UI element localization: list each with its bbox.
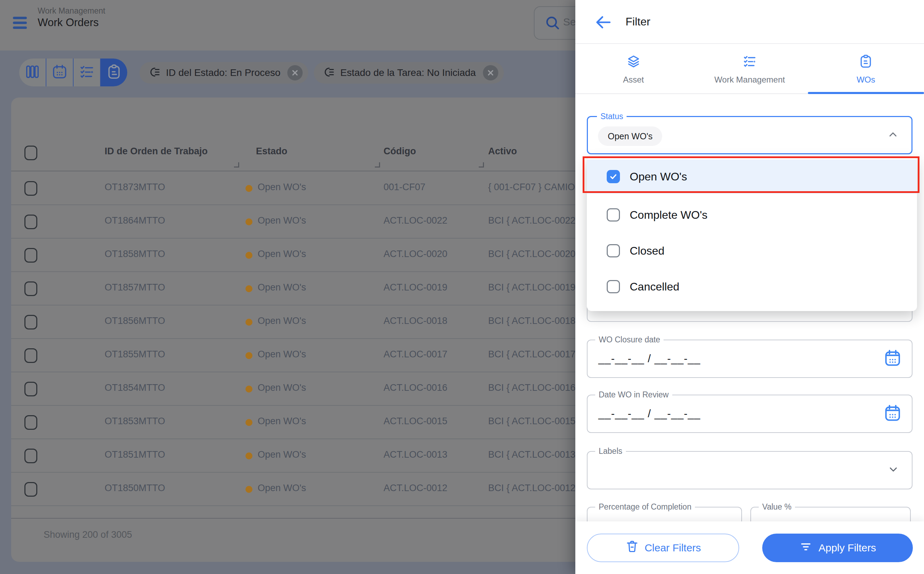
status-select[interactable]: Status Open WO's [587, 116, 913, 154]
dropdown-option-complete-wo-s[interactable]: Complete WO's [587, 198, 917, 232]
value-percent-label: Value % [759, 502, 795, 512]
option-label: Closed [630, 244, 665, 257]
date-wo-in-review-field[interactable]: Date WO in Review __-__-__ / __-__-__ [587, 395, 913, 433]
kanban-columns-icon [24, 64, 40, 81]
checklist-icon [742, 54, 757, 70]
view-checklist-button[interactable] [74, 58, 101, 87]
back-arrow-icon[interactable] [593, 13, 613, 32]
tab-work-management[interactable]: Work Management [691, 44, 807, 95]
cell-asset: BCI { ACT.LOC-0013 [488, 449, 576, 460]
filter-chip[interactable]: ID del Estado: En Proceso [139, 62, 308, 84]
column-header[interactable]: Código [384, 146, 416, 157]
filter-chip-label: Estado de la Tarea: No Iniciada [340, 67, 476, 78]
dropdown-option-closed[interactable]: Closed [587, 234, 917, 268]
cell-asset: BCI { ACT.LOC-0016 [488, 382, 576, 393]
option-checkbox[interactable] [607, 244, 620, 257]
option-label: Complete WO's [630, 209, 707, 222]
cell-work-order-id: OT1851MTTO [104, 449, 165, 460]
cell-work-order-id: OT1855MTTO [104, 349, 165, 360]
apply-filters-button[interactable]: Apply Filters [762, 534, 913, 562]
status-dot-icon [245, 185, 252, 192]
wo-closure-date-placeholder: __-__-__ / __-__-__ [598, 352, 701, 365]
percentage-of-completion-label: Percentage of Completion [595, 502, 695, 512]
chip-close-icon[interactable] [483, 65, 498, 80]
wo-closure-date-label: WO Closure date [595, 335, 663, 344]
layers-icon [626, 54, 641, 70]
row-checkbox[interactable] [24, 348, 37, 363]
view-workorders-button[interactable] [101, 58, 127, 87]
cell-code: ACT.LOC-0012 [384, 483, 447, 494]
filter-chip-icon [149, 66, 161, 80]
cell-code: ACT.LOC-0020 [384, 249, 447, 260]
clear-filters-button[interactable]: Clear Filters [587, 534, 739, 562]
status-selected-chip[interactable]: Open WO's [598, 126, 662, 146]
option-checkbox[interactable] [607, 280, 620, 293]
tab-wos[interactable]: WOs [808, 44, 924, 95]
row-checkbox[interactable] [24, 181, 37, 196]
tab-label: Work Management [714, 75, 785, 85]
row-checkbox[interactable] [24, 482, 37, 497]
labels-field[interactable]: Labels [587, 451, 913, 489]
filter-chip-label: ID del Estado: En Proceso [166, 67, 280, 78]
search-icon [544, 15, 561, 33]
cell-asset: { 001-CF07 } CAMIO [488, 182, 575, 192]
status-dot-icon [245, 352, 252, 359]
cell-status: Open WO's [258, 416, 306, 427]
chevron-up-icon[interactable] [887, 129, 899, 142]
cell-work-order-id: OT1864MTTO [104, 215, 165, 226]
cell-code: 001-CF07 [384, 182, 426, 192]
filter-chip[interactable]: Estado de la Tarea: No Iniciada [314, 62, 504, 84]
cell-status: Open WO's [258, 349, 306, 360]
row-checkbox[interactable] [24, 281, 37, 296]
column-header[interactable]: ID de Orden de Trabajo [104, 146, 208, 157]
panel-footer: Clear Filters Apply Filters [575, 521, 924, 574]
hamburger-menu-icon[interactable] [13, 15, 28, 31]
row-checkbox[interactable] [24, 315, 37, 330]
cell-work-order-id: OT1856MTTO [104, 315, 165, 326]
status-dot-icon [245, 252, 252, 259]
row-checkbox[interactable] [24, 449, 37, 463]
row-checkbox[interactable] [24, 415, 37, 430]
cell-status: Open WO's [258, 315, 306, 326]
cell-work-order-id: OT1850MTTO [104, 483, 165, 494]
cell-work-order-id: OT1857MTTO [104, 282, 165, 293]
cell-status: Open WO's [258, 249, 306, 260]
chevron-down-icon[interactable] [888, 464, 899, 477]
filter-tabs: AssetWork ManagementWOs [575, 44, 924, 95]
column-handle-icon[interactable] [234, 162, 239, 167]
column-handle-icon[interactable] [479, 162, 484, 167]
cell-code: ACT.LOC-0022 [384, 215, 447, 226]
tab-label: WOs [857, 75, 875, 85]
column-header[interactable]: Estado [256, 146, 287, 157]
calendar-icon[interactable] [883, 404, 902, 424]
row-checkbox[interactable] [24, 382, 37, 396]
view-calendar-button[interactable] [46, 58, 74, 87]
cell-work-order-id: OT1873MTTO [104, 182, 165, 192]
cell-asset: BCI { ACT.LOC-0020 [488, 249, 576, 260]
dropdown-option-cancelled[interactable]: Cancelled [587, 270, 917, 304]
cell-status: Open WO's [258, 182, 306, 192]
option-checkbox[interactable] [607, 208, 620, 222]
chip-close-icon[interactable] [287, 65, 303, 80]
select-all-checkbox[interactable] [24, 146, 37, 160]
table-footer-count: Showing 200 of 3005 [44, 530, 132, 540]
wo-closure-date-field[interactable]: WO Closure date __-__-__ / __-__-__ [587, 340, 913, 378]
column-handle-icon[interactable] [375, 162, 380, 167]
page-title: Work Orders [38, 16, 99, 29]
cell-asset: BCI { ACT.LOC-0015 [488, 416, 576, 427]
column-header[interactable]: Activo [488, 146, 517, 157]
tab-asset[interactable]: Asset [575, 44, 691, 95]
cell-work-order-id: OT1858MTTO [104, 249, 165, 260]
cell-code: ACT.LOC-0019 [384, 282, 447, 293]
row-checkbox[interactable] [24, 248, 37, 263]
clipboard-icon [106, 64, 122, 81]
row-checkbox[interactable] [24, 214, 37, 229]
view-switcher [19, 58, 127, 87]
cell-status: Open WO's [258, 215, 306, 226]
labels-label: Labels [595, 446, 626, 456]
cell-code: ACT.LOC-0018 [384, 315, 447, 326]
view-kanban-button[interactable] [19, 58, 46, 87]
calendar-icon[interactable] [883, 348, 902, 369]
cell-asset: BCI { ACT.LOC-0022 [488, 215, 576, 226]
cell-asset: BCI { ACT.LOC-0012 [488, 483, 576, 494]
